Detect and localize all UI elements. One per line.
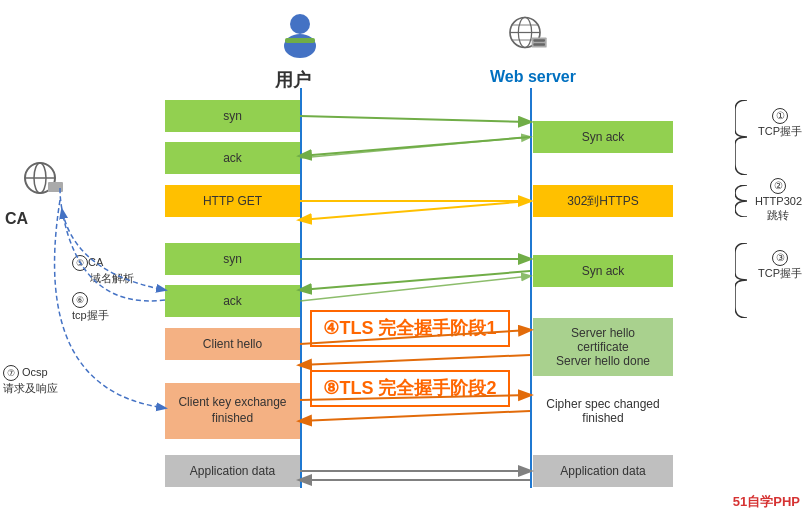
svg-line-21 — [300, 271, 530, 290]
svg-rect-9 — [533, 39, 545, 42]
msg-syn1: syn — [165, 100, 300, 132]
tcp2-label: ③TCP握手 — [758, 250, 802, 280]
user-vertical-line — [300, 88, 302, 488]
ca-domain-note: ⑤CA域名解析 — [72, 255, 134, 286]
svg-line-15 — [300, 116, 530, 122]
msg-cipher-spec: Cipher spec changedfinished — [533, 383, 673, 439]
svg-rect-14 — [48, 182, 63, 192]
server-label: Web server — [490, 68, 576, 86]
svg-rect-8 — [532, 38, 547, 48]
msg-server-hello: Server hellocertificateServer hello done — [533, 318, 673, 376]
svg-line-16 — [300, 137, 530, 156]
tcp-handshake-note: ⑥tcp握手 — [72, 292, 109, 323]
tcp1-brace — [735, 100, 750, 175]
tls-box-1: ④TLS 完全握手阶段1 — [310, 310, 510, 347]
msg-ack2: ack — [165, 285, 300, 317]
svg-rect-2 — [285, 38, 315, 43]
server-vertical-line — [530, 88, 532, 488]
msg-http-get: HTTP GET — [165, 185, 300, 217]
svg-point-1 — [284, 34, 316, 58]
user-icon — [270, 10, 330, 64]
msg-client-key: Client key exchangefinished — [165, 383, 300, 439]
msg-302: 302到HTTPS — [533, 185, 673, 217]
svg-rect-10 — [533, 43, 545, 46]
msg-syn-ack1: Syn ack — [533, 121, 673, 153]
msg-syn2: syn — [165, 243, 300, 275]
tls-box-2: ⑧TLS 完全握手阶段2 — [310, 370, 510, 407]
msg-ack1: ack — [165, 142, 300, 174]
watermark: 51自学PHP — [733, 493, 800, 511]
svg-line-26 — [300, 411, 530, 421]
svg-line-17 — [300, 137, 530, 158]
user-label: 用户 — [275, 68, 311, 92]
tcp2-brace — [735, 243, 750, 318]
msg-app-data-right: Application data — [533, 455, 673, 487]
ocsp-note: ⑦ Ocsp请求及响应 — [3, 365, 58, 396]
msg-client-hello: Client hello — [165, 328, 300, 360]
svg-point-0 — [290, 14, 310, 34]
diagram-container: { "title": "HTTPS TLS Handshake Diagram"… — [0, 0, 805, 516]
tcp1-label: ①TCP握手 — [758, 108, 802, 138]
ca-label: CA — [5, 210, 28, 228]
svg-line-24 — [300, 355, 530, 365]
ca-icon — [10, 160, 70, 204]
http302-brace — [735, 185, 750, 217]
svg-line-19 — [300, 201, 530, 220]
server-icon — [490, 10, 560, 64]
msg-syn-ack2: Syn ack — [533, 255, 673, 287]
http302-label: ②HTTP302跳转 — [755, 178, 802, 223]
msg-app-data-left: Application data — [165, 455, 300, 487]
svg-line-22 — [300, 276, 530, 301]
